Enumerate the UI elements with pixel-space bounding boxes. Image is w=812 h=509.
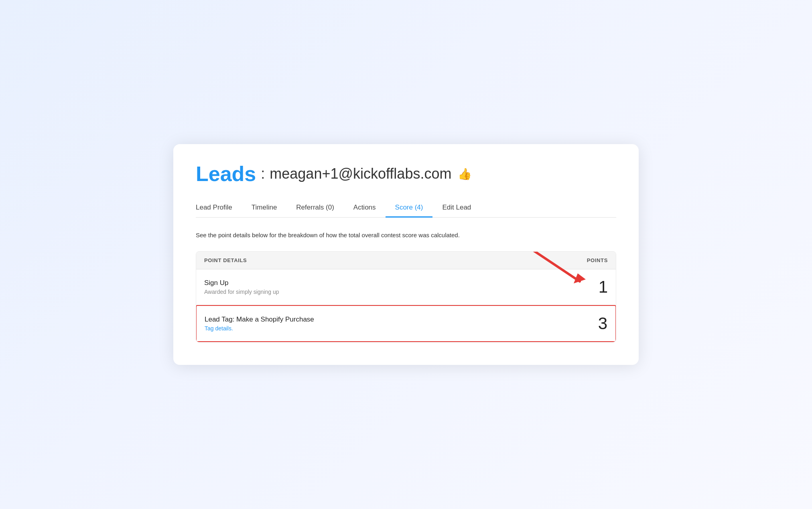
leads-title-row: Leads : meagan+1@kickofflabs.com 👍 bbox=[196, 163, 616, 184]
points-table: POINT DETAILS POINTS Sign Up bbox=[196, 251, 616, 342]
tab-lead-profile[interactable]: Lead Profile bbox=[196, 199, 242, 218]
signup-subtitle: Awarded for simply signing up bbox=[204, 289, 279, 295]
lead-tag-points: 3 bbox=[583, 314, 607, 333]
table-row-signup: Sign Up Awarded for simply signing up 1 bbox=[196, 269, 616, 305]
row-left-lead-tag: Lead Tag: Make a Shopify Purchase Tag de… bbox=[205, 316, 314, 332]
thumbs-up-icon: 👍 bbox=[458, 167, 472, 181]
leads-title: Leads bbox=[196, 163, 256, 184]
points-header: POINTS bbox=[587, 257, 608, 263]
table-row-lead-tag: Lead Tag: Make a Shopify Purchase Tag de… bbox=[196, 305, 616, 342]
table-header-row: POINT DETAILS POINTS bbox=[196, 252, 616, 269]
tab-actions[interactable]: Actions bbox=[344, 199, 386, 218]
content-section: See the point details below for the brea… bbox=[196, 230, 616, 342]
description-text: See the point details below for the brea… bbox=[196, 230, 616, 240]
row-left-signup: Sign Up Awarded for simply signing up bbox=[204, 279, 279, 295]
lead-tag-title: Lead Tag: Make a Shopify Purchase bbox=[205, 316, 314, 324]
signup-points: 1 bbox=[584, 277, 608, 297]
rows-container: Sign Up Awarded for simply signing up 1 … bbox=[196, 269, 616, 342]
tab-edit-lead[interactable]: Edit Lead bbox=[432, 199, 481, 218]
tab-score[interactable]: Score (4) bbox=[386, 199, 433, 218]
main-card: Leads : meagan+1@kickofflabs.com 👍 Lead … bbox=[173, 144, 639, 365]
tag-details-link[interactable]: Tag details. bbox=[205, 325, 314, 332]
tab-referrals[interactable]: Referrals (0) bbox=[286, 199, 343, 218]
point-details-header: POINT DETAILS bbox=[204, 257, 247, 263]
tab-timeline[interactable]: Timeline bbox=[242, 199, 287, 218]
header-section: Leads : meagan+1@kickofflabs.com 👍 Lead … bbox=[196, 163, 616, 218]
signup-title: Sign Up bbox=[204, 279, 279, 287]
lead-email: meagan+1@kickofflabs.com bbox=[270, 165, 451, 182]
title-separator: : bbox=[261, 165, 265, 182]
tabs-navigation: Lead Profile Timeline Referrals (0) Acti… bbox=[196, 199, 616, 218]
